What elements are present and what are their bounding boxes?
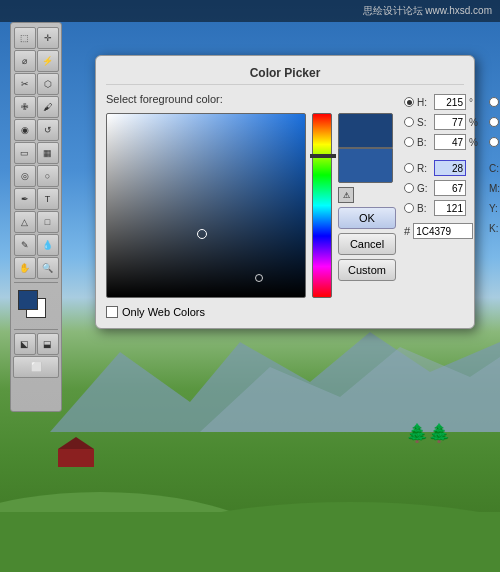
radio-g[interactable] [404, 183, 414, 193]
tool-row-extra: ⬕ ⬓ [14, 333, 59, 355]
values-divider-2 [489, 153, 500, 157]
radio-r[interactable] [404, 163, 414, 173]
swatch-foreground[interactable] [18, 290, 38, 310]
radio-h[interactable] [404, 97, 414, 107]
input-b-hsb[interactable] [434, 134, 466, 150]
tool-hand[interactable]: ✋ [14, 257, 36, 279]
tool-row-6: ▭ ▦ [14, 142, 59, 164]
tool-zoom[interactable]: 🔍 [37, 257, 59, 279]
radio-b-rgb[interactable] [404, 203, 414, 213]
tool-eraser[interactable]: ▭ [14, 142, 36, 164]
label-s: S: [417, 117, 431, 128]
tool-quick-mask[interactable]: ⬕ [14, 333, 36, 355]
tool-heal[interactable]: ✙ [14, 96, 36, 118]
value-row-k: K: % [489, 219, 500, 237]
value-row-m: M: % [489, 179, 500, 197]
header-bar: 思绘设计论坛 www.hxsd.com [0, 0, 500, 22]
tool-stamp[interactable]: ◉ [14, 119, 36, 141]
color-swatch-area[interactable] [14, 290, 58, 326]
lab-cmyk-values: L: a: b: [489, 93, 500, 239]
input-r[interactable] [434, 160, 466, 176]
old-color-swatch [338, 148, 393, 183]
tool-row-screen: ⬜ [13, 356, 59, 378]
hex-input[interactable] [413, 223, 473, 239]
ok-button[interactable]: OK [338, 207, 396, 229]
tool-wand[interactable]: ⚡ [37, 50, 59, 72]
tool-gradient[interactable]: ▦ [37, 142, 59, 164]
buttons-area: OK Cancel Custom [338, 207, 396, 281]
tool-dodge[interactable]: ○ [37, 165, 59, 187]
radio-b[interactable] [404, 137, 414, 147]
color-field-cursor-2 [255, 274, 263, 282]
web-colors-row: Only Web Colors [106, 306, 396, 318]
web-safe-warning-icon[interactable]: ⚠ [338, 187, 354, 203]
tool-row-10: ✎ 💧 [14, 234, 59, 256]
tool-std-mode[interactable]: ⬓ [37, 333, 59, 355]
tool-brush[interactable]: 🖌 [37, 96, 59, 118]
hex-symbol: # [404, 225, 410, 237]
color-preview [338, 113, 393, 183]
input-g[interactable] [434, 180, 466, 196]
tool-row-1: ⬚ ✛ [14, 27, 59, 49]
svg-rect-5 [0, 512, 500, 572]
tool-eyedrop[interactable]: 💧 [37, 234, 59, 256]
tool-lasso[interactable]: ⌀ [14, 50, 36, 72]
hue-slider-thumb [310, 154, 336, 158]
unit-h: ° [469, 97, 481, 108]
tool-type[interactable]: T [37, 188, 59, 210]
radio-l[interactable] [489, 97, 499, 107]
tool-row-3: ✂ ⬡ [14, 73, 59, 95]
values-section: H: ° S: % B: [404, 93, 500, 239]
tool-move[interactable]: ✛ [37, 27, 59, 49]
tool-divider [14, 282, 58, 283]
hsb-rgb-values: H: ° S: % B: [404, 93, 481, 239]
tool-pen[interactable]: ✒ [14, 188, 36, 210]
tool-row-8: ✒ T [14, 188, 59, 210]
custom-button[interactable]: Custom [338, 259, 396, 281]
label-c: C: [489, 163, 500, 174]
unit-b-hsb: % [469, 137, 481, 148]
tool-blur[interactable]: ◎ [14, 165, 36, 187]
hue-slider[interactable] [312, 113, 332, 298]
tool-row-11: ✋ 🔍 [14, 257, 59, 279]
radio-a[interactable] [489, 117, 499, 127]
tool-crop[interactable]: ✂ [14, 73, 36, 95]
barn [58, 437, 94, 467]
color-gradient-field[interactable] [106, 113, 306, 298]
tool-row-5: ◉ ↺ [14, 119, 59, 141]
tool-path[interactable]: △ [14, 211, 36, 233]
tool-row-4: ✙ 🖌 [14, 96, 59, 118]
value-row-h: H: ° [404, 93, 481, 111]
web-colors-checkbox[interactable] [106, 306, 118, 318]
tool-divider-2 [14, 329, 58, 330]
value-row-b: B: % [404, 133, 481, 151]
input-h[interactable] [434, 94, 466, 110]
tool-notes[interactable]: ✎ [14, 234, 36, 256]
tool-row-2: ⌀ ⚡ [14, 50, 59, 72]
values-divider [404, 153, 481, 157]
tool-row-9: △ □ [14, 211, 59, 233]
input-b-rgb[interactable] [434, 200, 466, 216]
radio-s[interactable] [404, 117, 414, 127]
label-h: H: [417, 97, 431, 108]
new-color-swatch [338, 113, 393, 148]
label-y: Y: [489, 203, 500, 214]
tool-slice[interactable]: ⬡ [37, 73, 59, 95]
right-section: H: ° S: % B: [404, 93, 500, 318]
dialog-content: Select foreground color: [106, 93, 464, 318]
tool-marquee[interactable]: ⬚ [14, 27, 36, 49]
cancel-button[interactable]: Cancel [338, 233, 396, 255]
hex-row: # [404, 223, 481, 239]
tool-screen-mode[interactable]: ⬜ [13, 356, 59, 378]
trees: 🌲🌲 [406, 424, 450, 442]
dialog-title: Color Picker [106, 66, 464, 85]
tool-shape[interactable]: □ [37, 211, 59, 233]
value-row-b-rgb: B: [404, 199, 481, 217]
input-s[interactable] [434, 114, 466, 130]
value-row-y: Y: % [489, 199, 500, 217]
value-row-r: R: [404, 159, 481, 177]
label-b-rgb: B: [417, 203, 431, 214]
radio-b-lab[interactable] [489, 137, 499, 147]
value-row-g: G: [404, 179, 481, 197]
tool-history[interactable]: ↺ [37, 119, 59, 141]
